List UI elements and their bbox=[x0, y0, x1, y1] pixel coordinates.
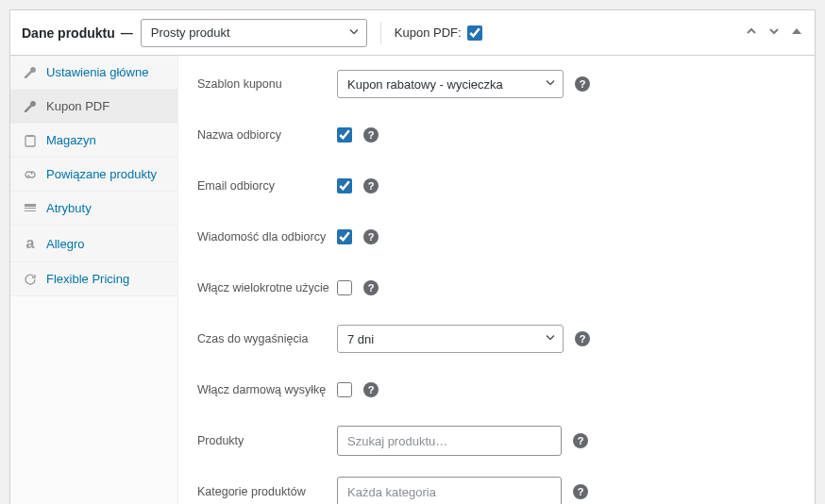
recipient-name-checkbox[interactable] bbox=[337, 127, 352, 143]
field-label: Włącz darmową wysyłkę bbox=[197, 382, 337, 397]
expiry-select[interactable]: 7 dni bbox=[337, 325, 564, 353]
tab-attributes[interactable]: Atrybuty bbox=[10, 192, 177, 226]
svg-rect-4 bbox=[25, 210, 36, 211]
title-dash: — bbox=[121, 25, 133, 40]
tab-label: Atrybuty bbox=[46, 201, 92, 215]
free-shipping-checkbox[interactable] bbox=[337, 382, 352, 397]
tab-general[interactable]: Ustawienia główne bbox=[10, 56, 177, 90]
help-icon[interactable]: ? bbox=[363, 382, 379, 397]
kupon-pdf-label: Kupon PDF: bbox=[395, 25, 462, 40]
field-recipient-msg: Wiadomość dla odbiorcy ? bbox=[197, 222, 796, 252]
tab-label: Kupon PDF bbox=[46, 99, 109, 113]
products-input[interactable] bbox=[337, 426, 562, 456]
wrench-icon bbox=[22, 66, 39, 79]
recipient-msg-checkbox[interactable] bbox=[337, 229, 352, 244]
field-recipient-name: Nazwa odbiorcy ? bbox=[197, 120, 796, 150]
help-icon[interactable]: ? bbox=[575, 331, 590, 346]
field-categories: Kategorie produktów ? bbox=[197, 477, 796, 504]
field-label: Czas do wygaśnięcia bbox=[197, 331, 337, 346]
help-icon[interactable]: ? bbox=[363, 280, 379, 295]
field-label: Nazwa odbiorcy bbox=[197, 127, 337, 143]
field-multi-use: Włącz wielokrotne użycie ? bbox=[197, 273, 796, 303]
help-icon[interactable]: ? bbox=[363, 127, 379, 143]
recipient-email-checkbox[interactable] bbox=[337, 178, 352, 193]
help-icon[interactable]: ? bbox=[575, 76, 590, 92]
field-template: Szablon kuponu Kupon rabatowy - wycieczk… bbox=[197, 69, 796, 99]
wrench-icon bbox=[22, 100, 39, 113]
link-icon bbox=[22, 168, 39, 181]
field-label: Kategorie produktów bbox=[197, 484, 337, 499]
tab-allegro[interactable]: a Allegro bbox=[10, 226, 177, 262]
tab-content: Szablon kuponu Kupon rabatowy - wycieczk… bbox=[178, 56, 815, 504]
help-icon[interactable]: ? bbox=[573, 484, 588, 499]
panel-body: Ustawienia główne Kupon PDF Magazyn Powi… bbox=[10, 56, 815, 504]
allegro-icon: a bbox=[22, 235, 39, 252]
field-products: Produkty ? bbox=[197, 426, 796, 456]
tab-label: Ustawienia główne bbox=[46, 65, 148, 79]
multi-use-checkbox[interactable] bbox=[337, 280, 352, 295]
tab-label: Magazyn bbox=[46, 133, 96, 147]
panel-title: Dane produktu bbox=[22, 25, 115, 41]
toggle-panel-icon[interactable] bbox=[790, 25, 803, 41]
field-label: Email odbiorcy bbox=[197, 178, 337, 193]
panel-header: Dane produktu — Prosty produkt Kupon PDF… bbox=[10, 10, 815, 56]
field-expiry: Czas do wygaśnięcia 7 dni ? bbox=[197, 324, 796, 354]
field-label: Włącz wielokrotne użycie bbox=[197, 280, 337, 295]
list-icon bbox=[22, 202, 39, 215]
svg-rect-2 bbox=[25, 204, 36, 207]
tab-label: Allegro bbox=[46, 237, 84, 251]
product-data-panel: Dane produktu — Prosty produkt Kupon PDF… bbox=[9, 9, 816, 504]
tab-label: Powiązane produkty bbox=[46, 167, 157, 181]
categories-input[interactable] bbox=[337, 477, 562, 504]
help-icon[interactable]: ? bbox=[573, 433, 588, 448]
refresh-icon bbox=[22, 273, 39, 286]
svg-rect-1 bbox=[27, 135, 33, 137]
help-icon[interactable]: ? bbox=[363, 178, 379, 193]
product-type-select[interactable]: Prosty produkt bbox=[141, 19, 367, 47]
header-divider bbox=[380, 22, 381, 44]
product-type-wrap: Prosty produkt bbox=[141, 19, 367, 47]
field-label: Wiadomość dla odbiorcy bbox=[197, 229, 337, 244]
field-recipient-email: Email odbiorcy ? bbox=[197, 171, 796, 201]
kupon-pdf-checkbox[interactable] bbox=[467, 25, 482, 41]
clipboard-icon bbox=[22, 134, 39, 147]
header-actions bbox=[745, 25, 803, 41]
tab-flexible-pricing[interactable]: Flexible Pricing bbox=[10, 262, 177, 296]
svg-rect-0 bbox=[25, 136, 35, 146]
field-free-shipping: Włącz darmową wysyłkę ? bbox=[197, 375, 796, 405]
template-select[interactable]: Kupon rabatowy - wycieczka bbox=[337, 70, 564, 98]
tab-label: Flexible Pricing bbox=[46, 272, 129, 286]
tab-inventory[interactable]: Magazyn bbox=[10, 124, 177, 158]
help-icon[interactable]: ? bbox=[363, 229, 379, 244]
svg-rect-3 bbox=[25, 208, 36, 209]
chevron-up-icon[interactable] bbox=[745, 25, 758, 41]
field-label: Produkty bbox=[197, 433, 337, 448]
tab-linked[interactable]: Powiązane produkty bbox=[10, 158, 177, 192]
tab-kupon-pdf[interactable]: Kupon PDF bbox=[10, 90, 177, 124]
field-label: Szablon kuponu bbox=[197, 76, 337, 92]
chevron-down-icon[interactable] bbox=[767, 25, 781, 41]
tabs-sidebar: Ustawienia główne Kupon PDF Magazyn Powi… bbox=[10, 56, 178, 504]
